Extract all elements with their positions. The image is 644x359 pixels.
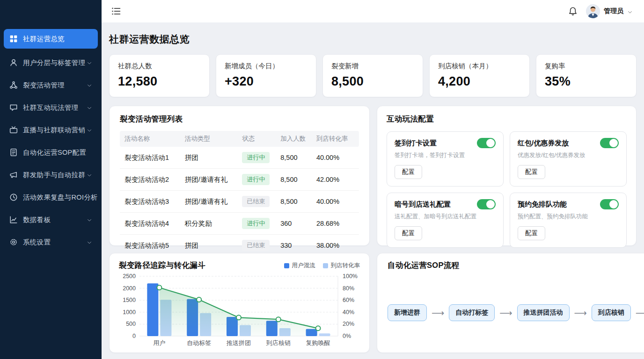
cell-status: 进行中 [239,213,278,235]
play-card-title: 红包/优惠券发放 [518,139,569,148]
configure-button[interactable]: 配置 [518,165,545,179]
chart-title: 裂变路径追踪与转化漏斗 [119,260,205,271]
configure-button[interactable]: 配置 [518,226,545,240]
configure-button[interactable]: 配置 [395,226,422,240]
status-badge: 进行中 [242,152,270,163]
chevron-down-icon [627,8,633,14]
stat-card: 社群总人数12,580 [109,54,210,97]
cell-joined: 360 [278,213,314,235]
svg-text:推送拼团: 推送拼团 [226,339,251,346]
chevron-down-icon [87,60,92,65]
legend-label: 用户混流 [292,262,315,270]
toggle-knob [486,139,495,147]
cell-activity-name: 裂变活动活动3 [120,191,182,213]
chevron-down-icon [87,239,92,245]
sidebar-item-label: 用户分层与标签管理 [23,58,87,67]
sidebar-item-1[interactable]: 社群运营总览 [4,29,98,49]
cell-joined: 8,500 [278,147,314,169]
user-icon [9,58,18,67]
cell-status: 已结束 [239,191,278,213]
svg-text:0%: 0% [343,333,351,339]
toggle-switch[interactable] [477,138,496,148]
play-card-title: 暗号到店送礼配置 [395,200,451,209]
gear-icon [9,238,18,246]
table-row: 裂变活动活动2拼团/邀请有礼进行中8,50042.00% [120,169,359,191]
collapse-menu-icon[interactable] [111,6,121,16]
sop-flow: 新增进群⟶自动打标签⟶推送拼团活动⟶到店核销⟶复购唤醒 [388,304,644,321]
sidebar-item-label: 直播与社群联动营销 [23,126,87,135]
toggle-switch[interactable] [477,199,496,209]
sidebar-item-label: 自动化运营SOP配置 [23,148,92,157]
sidebar: 社群运营总览用户分层与标签管理裂变活动管理社群互动玩法管理直播与社群联动营销自动… [0,0,102,359]
svg-text:2000: 2000 [123,285,136,292]
table-row: 裂变活动活动3拼团/邀请有礼已结束8,50040.00% [120,191,359,213]
sidebar-item-6[interactable]: 自动化运营SOP配置 [4,141,98,164]
cell-status: 进行中 [239,147,278,169]
legend-item: 用户混流 [284,262,315,270]
sidebar-item-7[interactable]: 群发助手与自动拉群 [4,164,98,186]
user-menu[interactable]: 管理员 [586,4,633,18]
sop-panel: 自动化运营SOP流程 新增进群⟶自动打标签⟶推送拼团活动⟶到店核销⟶复购唤醒 [377,253,644,353]
chart-icon [9,215,18,224]
sidebar-item-8[interactable]: 活动效果复盘与ROI分析 [4,186,98,208]
toggle-switch[interactable] [600,138,619,148]
sidebar-item-label: 群发助手与自动拉群 [23,171,87,180]
play-card-description: 预约配置、预约免排队功能 [518,213,619,221]
interaction-panel: 互动玩法配置 签到打卡设置签到打卡墙，签到打卡设置配置红包/优惠券发放优惠发放/… [377,106,637,246]
play-card: 暗号到店送礼配置送礼配置、加暗号到店送礼配置配置 [387,193,504,248]
cell-conversion: 40.00% [314,147,359,169]
stat-card: 到店核销（本月）4,200 [429,54,530,97]
svg-text:1500: 1500 [123,297,136,303]
arrow-right-icon: ⟶ [635,309,644,317]
svg-text:复购唤醒: 复购唤醒 [306,339,330,346]
topbar: 管理员 [102,0,644,22]
cell-joined: 8,500 [278,191,314,213]
sidebar-item-3[interactable]: 裂变活动管理 [4,74,98,96]
user-name: 管理员 [604,7,623,15]
share-icon [9,81,18,89]
cell-activity-type: 拼团/邀请有礼 [182,169,240,191]
play-card-title: 签到打卡设置 [395,139,437,148]
funnel-chart: 00%50020%100040%150060%200080%2500100%用户… [119,273,360,349]
svg-text:100%: 100% [343,273,358,280]
interaction-panel-title: 互动玩法配置 [387,114,627,124]
sop-panel-title: 自动化运营SOP流程 [388,260,644,271]
stat-label: 复购率 [545,62,628,71]
play-card-title: 预约免排队功能 [518,200,567,209]
svg-text:用户: 用户 [153,339,165,346]
cell-activity-name: 裂变活动活动1 [120,147,182,169]
status-badge: 已结束 [242,240,270,251]
status-badge: 进行中 [242,218,270,229]
sidebar-item-4[interactable]: 社群互动玩法管理 [4,96,98,119]
svg-text:0: 0 [132,333,136,339]
toggle-knob [486,200,495,208]
sidebar-item-label: 系统设置 [23,238,87,247]
svg-text:40%: 40% [343,309,354,316]
table-column-header: 活动类型 [182,131,240,147]
configure-button[interactable]: 配置 [395,165,422,179]
arrow-right-icon: ⟶ [574,309,587,317]
stat-card: 裂变新增8,500 [322,54,423,97]
sidebar-item-9[interactable]: 数据看板 [4,208,98,231]
notification-bell-icon[interactable] [568,7,578,16]
sidebar-item-10[interactable]: 系统设置 [4,231,98,253]
play-card: 签到打卡设置签到打卡墙，签到打卡设置配置 [387,131,504,187]
sidebar-item-2[interactable]: 用户分层与标签管理 [4,51,98,74]
stat-label: 到店核销（本月） [438,62,521,71]
stat-label: 裂变新增 [331,62,414,71]
svg-text:20%: 20% [343,321,354,327]
activity-table: 活动名称活动类型状态加入人数到店转化率 裂变活动活动1拼团进行中8,50040.… [120,131,359,256]
megaphone-icon [9,171,18,179]
cell-conversion: 40.00% [314,191,359,213]
toggle-knob [609,139,618,147]
chat-icon [9,103,18,112]
grid-icon [9,35,18,43]
toggle-switch[interactable] [600,199,619,209]
arrow-right-icon: ⟶ [431,309,445,317]
sidebar-item-5[interactable]: 直播与社群联动营销 [4,119,98,141]
svg-text:到店核销: 到店核销 [266,339,291,346]
status-badge: 已结束 [242,196,270,207]
chevron-down-icon [87,82,92,88]
table-column-header: 到店转化率 [314,131,359,147]
sop-step: 推送拼团活动 [517,304,570,321]
